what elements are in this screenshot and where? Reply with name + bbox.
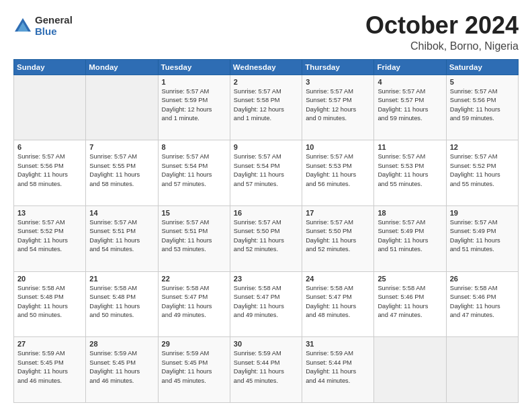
day-info: Sunrise: 5:57 AM Sunset: 5:52 PM Dayligh… bbox=[450, 152, 515, 189]
calendar-week-2: 13Sunrise: 5:57 AM Sunset: 5:52 PM Dayli… bbox=[14, 205, 519, 271]
calendar-header-tuesday: Tuesday bbox=[158, 59, 230, 75]
day-number: 17 bbox=[306, 209, 370, 217]
day-info: Sunrise: 5:59 AM Sunset: 5:45 PM Dayligh… bbox=[17, 349, 82, 385]
day-number: 26 bbox=[450, 275, 515, 283]
day-info: Sunrise: 5:57 AM Sunset: 5:51 PM Dayligh… bbox=[89, 218, 154, 255]
calendar-cell-w1-d5: 11Sunrise: 5:57 AM Sunset: 5:53 PM Dayli… bbox=[374, 140, 446, 206]
day-info: Sunrise: 5:57 AM Sunset: 5:49 PM Dayligh… bbox=[378, 218, 442, 255]
calendar-cell-w4-d5 bbox=[374, 337, 446, 403]
day-info: Sunrise: 5:59 AM Sunset: 5:44 PM Dayligh… bbox=[306, 349, 370, 385]
day-info: Sunrise: 5:58 AM Sunset: 5:47 PM Dayligh… bbox=[162, 284, 226, 320]
day-number: 16 bbox=[234, 209, 298, 217]
calendar-cell-w2-d6: 19Sunrise: 5:57 AM Sunset: 5:49 PM Dayli… bbox=[446, 205, 518, 271]
calendar-cell-w1-d3: 9Sunrise: 5:57 AM Sunset: 5:54 PM Daylig… bbox=[230, 140, 302, 206]
day-number: 20 bbox=[17, 275, 82, 283]
day-number: 11 bbox=[378, 143, 442, 151]
calendar-cell-w2-d0: 13Sunrise: 5:57 AM Sunset: 5:52 PM Dayli… bbox=[14, 205, 86, 271]
day-info: Sunrise: 5:57 AM Sunset: 5:56 PM Dayligh… bbox=[450, 87, 515, 124]
calendar-cell-w2-d1: 14Sunrise: 5:57 AM Sunset: 5:51 PM Dayli… bbox=[86, 205, 158, 271]
calendar-cell-w2-d4: 17Sunrise: 5:57 AM Sunset: 5:50 PM Dayli… bbox=[302, 205, 374, 271]
logo-general: General bbox=[35, 15, 73, 26]
title-block: October 2024 Chibok, Borno, Nigeria bbox=[365, 12, 519, 52]
day-number: 7 bbox=[89, 143, 154, 151]
logo-icon bbox=[13, 17, 32, 36]
calendar-cell-w0-d1 bbox=[86, 75, 158, 140]
calendar-cell-w1-d1: 7Sunrise: 5:57 AM Sunset: 5:55 PM Daylig… bbox=[86, 140, 158, 206]
calendar-header-row: SundayMondayTuesdayWednesdayThursdayFrid… bbox=[14, 59, 519, 75]
calendar-cell-w1-d2: 8Sunrise: 5:57 AM Sunset: 5:54 PM Daylig… bbox=[158, 140, 230, 206]
calendar-cell-w2-d2: 15Sunrise: 5:57 AM Sunset: 5:51 PM Dayli… bbox=[158, 205, 230, 271]
day-number: 23 bbox=[234, 275, 298, 283]
calendar-header-monday: Monday bbox=[86, 59, 158, 75]
day-number: 9 bbox=[234, 143, 298, 151]
calendar-cell-w0-d5: 4Sunrise: 5:57 AM Sunset: 5:57 PM Daylig… bbox=[374, 75, 446, 140]
calendar-cell-w4-d4: 31Sunrise: 5:59 AM Sunset: 5:44 PM Dayli… bbox=[302, 337, 374, 403]
day-number: 1 bbox=[162, 78, 226, 86]
calendar-cell-w3-d0: 20Sunrise: 5:58 AM Sunset: 5:48 PM Dayli… bbox=[14, 271, 86, 337]
day-info: Sunrise: 5:57 AM Sunset: 5:58 PM Dayligh… bbox=[234, 87, 298, 124]
day-number: 22 bbox=[162, 275, 226, 283]
calendar-cell-w3-d5: 25Sunrise: 5:58 AM Sunset: 5:46 PM Dayli… bbox=[374, 271, 446, 337]
day-info: Sunrise: 5:58 AM Sunset: 5:46 PM Dayligh… bbox=[450, 284, 515, 320]
calendar-header-sunday: Sunday bbox=[14, 59, 86, 75]
header: General Blue October 2024 Chibok, Borno,… bbox=[13, 12, 519, 52]
day-info: Sunrise: 5:57 AM Sunset: 5:51 PM Dayligh… bbox=[162, 218, 226, 255]
calendar-cell-w0-d3: 2Sunrise: 5:57 AM Sunset: 5:58 PM Daylig… bbox=[230, 75, 302, 140]
day-info: Sunrise: 5:57 AM Sunset: 5:55 PM Dayligh… bbox=[89, 152, 154, 189]
logo-text: General Blue bbox=[35, 15, 73, 37]
calendar-week-3: 20Sunrise: 5:58 AM Sunset: 5:48 PM Dayli… bbox=[14, 271, 519, 337]
day-info: Sunrise: 5:57 AM Sunset: 5:54 PM Dayligh… bbox=[162, 152, 226, 189]
calendar-header-wednesday: Wednesday bbox=[230, 59, 302, 75]
day-number: 10 bbox=[306, 143, 370, 151]
calendar-cell-w2-d3: 16Sunrise: 5:57 AM Sunset: 5:50 PM Dayli… bbox=[230, 205, 302, 271]
calendar-cell-w1-d6: 12Sunrise: 5:57 AM Sunset: 5:52 PM Dayli… bbox=[446, 140, 518, 206]
calendar-header-saturday: Saturday bbox=[446, 59, 518, 75]
calendar-cell-w1-d4: 10Sunrise: 5:57 AM Sunset: 5:53 PM Dayli… bbox=[302, 140, 374, 206]
day-info: Sunrise: 5:57 AM Sunset: 5:50 PM Dayligh… bbox=[234, 218, 298, 255]
day-number: 6 bbox=[17, 143, 82, 151]
calendar-cell-w4-d3: 30Sunrise: 5:59 AM Sunset: 5:44 PM Dayli… bbox=[230, 337, 302, 403]
day-info: Sunrise: 5:58 AM Sunset: 5:47 PM Dayligh… bbox=[306, 284, 370, 320]
day-number: 12 bbox=[450, 143, 515, 151]
day-info: Sunrise: 5:57 AM Sunset: 5:57 PM Dayligh… bbox=[306, 87, 370, 124]
day-info: Sunrise: 5:57 AM Sunset: 5:53 PM Dayligh… bbox=[378, 152, 442, 189]
day-info: Sunrise: 5:59 AM Sunset: 5:45 PM Dayligh… bbox=[162, 349, 226, 385]
calendar-cell-w0-d0 bbox=[14, 75, 86, 140]
day-info: Sunrise: 5:58 AM Sunset: 5:47 PM Dayligh… bbox=[234, 284, 298, 320]
calendar-cell-w3-d3: 23Sunrise: 5:58 AM Sunset: 5:47 PM Dayli… bbox=[230, 271, 302, 337]
day-number: 8 bbox=[162, 143, 226, 151]
title-location: Chibok, Borno, Nigeria bbox=[365, 40, 519, 52]
day-number: 19 bbox=[450, 209, 515, 217]
title-month: October 2024 bbox=[365, 12, 519, 39]
calendar-week-4: 27Sunrise: 5:59 AM Sunset: 5:45 PM Dayli… bbox=[14, 337, 519, 403]
calendar-cell-w2-d5: 18Sunrise: 5:57 AM Sunset: 5:49 PM Dayli… bbox=[374, 205, 446, 271]
page: General Blue October 2024 Chibok, Borno,… bbox=[0, 0, 532, 411]
day-info: Sunrise: 5:57 AM Sunset: 5:59 PM Dayligh… bbox=[162, 87, 226, 124]
calendar-cell-w4-d1: 28Sunrise: 5:59 AM Sunset: 5:45 PM Dayli… bbox=[86, 337, 158, 403]
day-info: Sunrise: 5:57 AM Sunset: 5:54 PM Dayligh… bbox=[234, 152, 298, 189]
calendar-cell-w4-d2: 29Sunrise: 5:59 AM Sunset: 5:45 PM Dayli… bbox=[158, 337, 230, 403]
day-number: 15 bbox=[162, 209, 226, 217]
day-number: 27 bbox=[17, 340, 82, 348]
day-info: Sunrise: 5:58 AM Sunset: 5:48 PM Dayligh… bbox=[17, 284, 82, 320]
calendar-cell-w3-d6: 26Sunrise: 5:58 AM Sunset: 5:46 PM Dayli… bbox=[446, 271, 518, 337]
day-number: 2 bbox=[234, 78, 298, 86]
calendar-table: SundayMondayTuesdayWednesdayThursdayFrid… bbox=[13, 59, 519, 403]
day-number: 3 bbox=[306, 78, 370, 86]
day-number: 31 bbox=[306, 340, 370, 348]
day-info: Sunrise: 5:59 AM Sunset: 5:45 PM Dayligh… bbox=[89, 349, 154, 385]
day-info: Sunrise: 5:57 AM Sunset: 5:57 PM Dayligh… bbox=[378, 87, 442, 124]
calendar-week-1: 6Sunrise: 5:57 AM Sunset: 5:56 PM Daylig… bbox=[14, 140, 519, 206]
calendar-cell-w0-d2: 1Sunrise: 5:57 AM Sunset: 5:59 PM Daylig… bbox=[158, 75, 230, 140]
day-info: Sunrise: 5:57 AM Sunset: 5:56 PM Dayligh… bbox=[17, 152, 82, 189]
calendar-cell-w1-d0: 6Sunrise: 5:57 AM Sunset: 5:56 PM Daylig… bbox=[14, 140, 86, 206]
day-number: 25 bbox=[378, 275, 442, 283]
day-number: 18 bbox=[378, 209, 442, 217]
day-info: Sunrise: 5:57 AM Sunset: 5:52 PM Dayligh… bbox=[17, 218, 82, 255]
calendar-cell-w4-d0: 27Sunrise: 5:59 AM Sunset: 5:45 PM Dayli… bbox=[14, 337, 86, 403]
day-number: 29 bbox=[162, 340, 226, 348]
calendar-week-0: 1Sunrise: 5:57 AM Sunset: 5:59 PM Daylig… bbox=[14, 75, 519, 140]
calendar-cell-w0-d4: 3Sunrise: 5:57 AM Sunset: 5:57 PM Daylig… bbox=[302, 75, 374, 140]
calendar-cell-w3-d4: 24Sunrise: 5:58 AM Sunset: 5:47 PM Dayli… bbox=[302, 271, 374, 337]
day-number: 14 bbox=[89, 209, 154, 217]
